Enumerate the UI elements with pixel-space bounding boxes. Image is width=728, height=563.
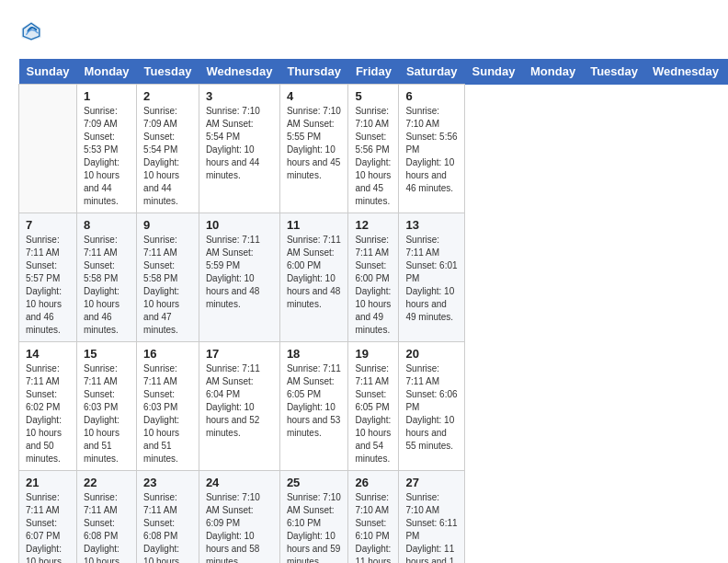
- day-number: 19: [355, 347, 392, 361]
- day-number: 5: [355, 89, 392, 103]
- calendar-cell: 23Sunrise: 7:11 AM Sunset: 6:08 PM Dayli…: [137, 471, 199, 564]
- day-number: 15: [84, 347, 130, 361]
- column-header-sunday: Sunday: [465, 59, 523, 85]
- calendar-cell: 19Sunrise: 7:11 AM Sunset: 6:05 PM Dayli…: [348, 342, 399, 471]
- calendar-cell: 16Sunrise: 7:11 AM Sunset: 6:03 PM Dayli…: [137, 342, 199, 471]
- day-info: Sunrise: 7:10 AM Sunset: 6:10 PM Dayligh…: [287, 491, 342, 563]
- day-number: 23: [143, 476, 192, 489]
- day-info: Sunrise: 7:11 AM Sunset: 6:07 PM Dayligh…: [26, 491, 70, 563]
- day-info: Sunrise: 7:10 AM Sunset: 5:56 PM Dayligh…: [405, 105, 458, 195]
- calendar-table: SundayMondayTuesdayWednesdayThursdayFrid…: [18, 59, 728, 563]
- day-number: 12: [355, 218, 392, 232]
- column-header-saturday: Saturday: [399, 59, 465, 85]
- calendar-cell: 14Sunrise: 7:11 AM Sunset: 6:02 PM Dayli…: [19, 342, 77, 471]
- day-info: Sunrise: 7:11 AM Sunset: 6:00 PM Dayligh…: [287, 234, 342, 311]
- calendar-cell: 15Sunrise: 7:11 AM Sunset: 6:03 PM Dayli…: [76, 342, 136, 471]
- calendar-cell: 8Sunrise: 7:11 AM Sunset: 5:58 PM Daylig…: [76, 213, 136, 342]
- day-number: 17: [206, 347, 273, 361]
- column-header-wednesday: Wednesday: [645, 59, 726, 85]
- day-info: Sunrise: 7:11 AM Sunset: 6:03 PM Dayligh…: [143, 362, 192, 465]
- day-number: 20: [405, 347, 458, 361]
- day-number: 24: [206, 476, 273, 489]
- column-header-monday: Monday: [523, 59, 583, 85]
- day-info: Sunrise: 7:11 AM Sunset: 5:58 PM Dayligh…: [143, 234, 192, 337]
- day-info: Sunrise: 7:10 AM Sunset: 5:55 PM Dayligh…: [287, 105, 342, 182]
- page-header: [18, 18, 710, 44]
- day-number: 11: [287, 218, 342, 232]
- day-number: 13: [405, 218, 458, 232]
- column-header-tuesday: Tuesday: [583, 59, 645, 85]
- calendar-cell: 5Sunrise: 7:10 AM Sunset: 5:56 PM Daylig…: [348, 85, 399, 213]
- column-header-friday: Friday: [348, 59, 399, 85]
- column-header-wednesday: Wednesday: [199, 59, 279, 85]
- day-info: Sunrise: 7:10 AM Sunset: 6:10 PM Dayligh…: [355, 491, 392, 563]
- day-info: Sunrise: 7:11 AM Sunset: 6:03 PM Dayligh…: [84, 362, 130, 465]
- day-info: Sunrise: 7:11 AM Sunset: 6:08 PM Dayligh…: [84, 491, 130, 563]
- day-info: Sunrise: 7:11 AM Sunset: 6:05 PM Dayligh…: [355, 362, 392, 465]
- day-number: 22: [84, 476, 130, 489]
- day-number: 14: [26, 347, 70, 361]
- day-number: 1: [84, 89, 130, 103]
- column-header-tuesday: Tuesday: [137, 59, 199, 85]
- calendar-cell: [19, 85, 77, 213]
- day-info: Sunrise: 7:11 AM Sunset: 6:06 PM Dayligh…: [405, 362, 458, 453]
- column-header-thursday: Thursday: [279, 59, 348, 85]
- calendar-cell: 7Sunrise: 7:11 AM Sunset: 5:57 PM Daylig…: [19, 213, 77, 342]
- calendar-header-row: SundayMondayTuesdayWednesdayThursdayFrid…: [19, 59, 729, 85]
- day-number: 6: [405, 89, 458, 103]
- column-header-sunday: Sunday: [19, 59, 77, 85]
- calendar-cell: 22Sunrise: 7:11 AM Sunset: 6:08 PM Dayli…: [76, 471, 136, 564]
- day-number: 27: [405, 476, 458, 489]
- day-number: 3: [206, 89, 273, 103]
- day-number: 4: [287, 89, 342, 103]
- day-info: Sunrise: 7:11 AM Sunset: 6:00 PM Dayligh…: [355, 234, 392, 337]
- calendar-cell: 4Sunrise: 7:10 AM Sunset: 5:55 PM Daylig…: [279, 85, 348, 213]
- day-number: 21: [26, 476, 70, 489]
- day-number: 9: [143, 218, 192, 232]
- day-number: 7: [26, 218, 70, 232]
- calendar-cell: 3Sunrise: 7:10 AM Sunset: 5:54 PM Daylig…: [199, 85, 279, 213]
- day-info: Sunrise: 7:11 AM Sunset: 6:05 PM Dayligh…: [287, 362, 342, 440]
- day-number: 25: [287, 476, 342, 489]
- day-info: Sunrise: 7:10 AM Sunset: 6:11 PM Dayligh…: [405, 491, 458, 563]
- calendar-cell: 24Sunrise: 7:10 AM Sunset: 6:09 PM Dayli…: [199, 471, 279, 564]
- column-header-monday: Monday: [76, 59, 136, 85]
- day-info: Sunrise: 7:10 AM Sunset: 5:56 PM Dayligh…: [355, 105, 392, 208]
- calendar-cell: 13Sunrise: 7:11 AM Sunset: 6:01 PM Dayli…: [399, 213, 465, 342]
- svg-marker-0: [22, 22, 41, 41]
- day-number: 16: [143, 347, 192, 361]
- logo: [18, 18, 48, 44]
- calendar-cell: 17Sunrise: 7:11 AM Sunset: 6:04 PM Dayli…: [199, 342, 279, 471]
- day-number: 18: [287, 347, 342, 361]
- day-info: Sunrise: 7:11 AM Sunset: 5:57 PM Dayligh…: [26, 234, 70, 337]
- day-info: Sunrise: 7:11 AM Sunset: 6:01 PM Dayligh…: [405, 234, 458, 324]
- calendar-cell: 26Sunrise: 7:10 AM Sunset: 6:10 PM Dayli…: [348, 471, 399, 564]
- calendar-cell: 6Sunrise: 7:10 AM Sunset: 5:56 PM Daylig…: [399, 85, 465, 213]
- calendar-cell: 12Sunrise: 7:11 AM Sunset: 6:00 PM Dayli…: [348, 213, 399, 342]
- calendar-cell: 11Sunrise: 7:11 AM Sunset: 6:00 PM Dayli…: [279, 213, 348, 342]
- day-info: Sunrise: 7:09 AM Sunset: 5:54 PM Dayligh…: [143, 105, 192, 208]
- calendar-week-row: 1Sunrise: 7:09 AM Sunset: 5:53 PM Daylig…: [19, 85, 729, 213]
- day-info: Sunrise: 7:10 AM Sunset: 5:54 PM Dayligh…: [206, 105, 273, 182]
- calendar-cell: 25Sunrise: 7:10 AM Sunset: 6:10 PM Dayli…: [279, 471, 348, 564]
- day-info: Sunrise: 7:11 AM Sunset: 6:04 PM Dayligh…: [206, 362, 273, 440]
- day-number: 10: [206, 218, 273, 232]
- calendar-cell: 21Sunrise: 7:11 AM Sunset: 6:07 PM Dayli…: [19, 471, 77, 564]
- calendar-cell: 2Sunrise: 7:09 AM Sunset: 5:54 PM Daylig…: [137, 85, 199, 213]
- calendar-cell: 10Sunrise: 7:11 AM Sunset: 5:59 PM Dayli…: [199, 213, 279, 342]
- day-info: Sunrise: 7:10 AM Sunset: 6:09 PM Dayligh…: [206, 491, 273, 563]
- day-number: 26: [355, 476, 392, 489]
- day-number: 2: [143, 89, 192, 103]
- calendar-week-row: 21Sunrise: 7:11 AM Sunset: 6:07 PM Dayli…: [19, 471, 729, 564]
- day-info: Sunrise: 7:11 AM Sunset: 5:59 PM Dayligh…: [206, 234, 273, 311]
- calendar-cell: 20Sunrise: 7:11 AM Sunset: 6:06 PM Dayli…: [399, 342, 465, 471]
- logo-icon: [18, 18, 44, 44]
- calendar-cell: 9Sunrise: 7:11 AM Sunset: 5:58 PM Daylig…: [137, 213, 199, 342]
- day-number: 8: [84, 218, 130, 232]
- calendar-week-row: 7Sunrise: 7:11 AM Sunset: 5:57 PM Daylig…: [19, 213, 729, 342]
- day-info: Sunrise: 7:11 AM Sunset: 5:58 PM Dayligh…: [84, 234, 130, 337]
- calendar-cell: 1Sunrise: 7:09 AM Sunset: 5:53 PM Daylig…: [76, 85, 136, 213]
- day-info: Sunrise: 7:09 AM Sunset: 5:53 PM Dayligh…: [84, 105, 130, 208]
- calendar-week-row: 14Sunrise: 7:11 AM Sunset: 6:02 PM Dayli…: [19, 342, 729, 471]
- day-info: Sunrise: 7:11 AM Sunset: 6:02 PM Dayligh…: [26, 362, 70, 465]
